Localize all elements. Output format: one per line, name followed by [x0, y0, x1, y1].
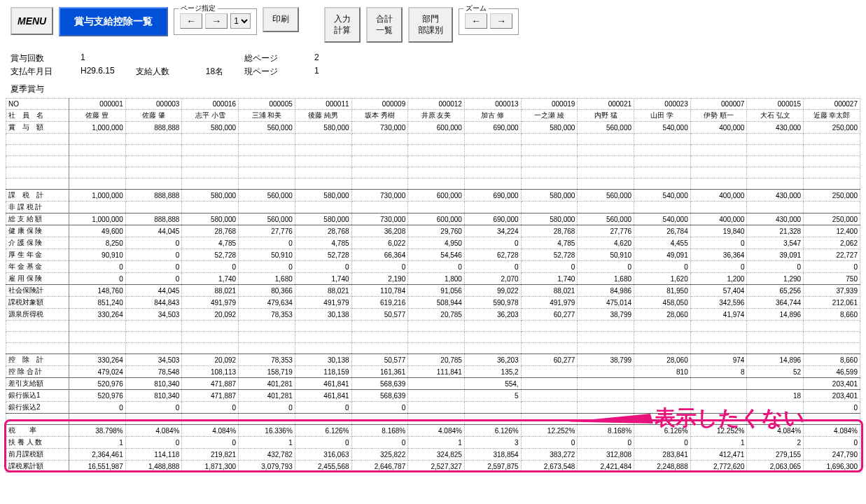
cell [634, 156, 691, 167]
page-prev-button[interactable]: ← [180, 13, 202, 29]
row-label [6, 332, 69, 343]
cell: 690,000 [464, 214, 521, 225]
cell: 4.084% [408, 425, 465, 437]
cell: 57,404 [690, 285, 747, 297]
cell: 580,000 [521, 190, 578, 202]
cell: 加古 修 [464, 110, 521, 122]
cell: 65,256 [747, 285, 804, 297]
table-row: 健 康 保 険49,60044,04528,76827,77628,76836,… [6, 225, 860, 237]
cell [295, 321, 351, 332]
cell: 000016 [182, 99, 239, 110]
cell [408, 156, 465, 167]
cell: 36,203 [464, 354, 521, 366]
cell [295, 145, 351, 156]
cell: 430,000 [747, 214, 804, 225]
cell: 28,768 [295, 225, 351, 237]
cell: 30,138 [295, 354, 351, 366]
cell [521, 145, 578, 156]
cell: 8 [690, 366, 747, 378]
cell [295, 414, 351, 425]
cell [690, 378, 747, 390]
menu-button[interactable]: MENU [11, 7, 53, 35]
dept-button[interactable]: 部門 部課別 [408, 7, 453, 43]
cell [464, 321, 521, 332]
cell: 46,599 [804, 366, 860, 378]
cell [125, 202, 182, 214]
cur-page-value: 1 [314, 66, 319, 78]
row-label: 控 除 計 [6, 354, 69, 366]
cell: 2,527,327 [408, 461, 465, 472]
table-row: 扶 養 人 数10010013000120 [6, 437, 860, 449]
cell: 0 [69, 261, 126, 273]
cell: 50,910 [578, 249, 634, 261]
cell: 580,000 [182, 214, 239, 225]
row-label: 総 支 給 額 [6, 214, 69, 225]
cell [125, 332, 182, 343]
cell: 540,000 [634, 122, 691, 134]
cell: 000003 [125, 99, 182, 110]
cell [408, 402, 465, 414]
cell [747, 134, 804, 145]
cell [351, 145, 408, 156]
cell: 000021 [578, 99, 634, 110]
cell [690, 167, 747, 178]
calc-button[interactable]: 入力 計算 [324, 7, 361, 43]
cell: 750 [804, 273, 860, 285]
table-row [6, 332, 860, 343]
zoom-next-button[interactable]: → [490, 13, 512, 29]
cell: 560,000 [239, 190, 295, 202]
cell: 50,577 [351, 309, 408, 321]
cell: 1,740 [521, 273, 578, 285]
cell: 3 [464, 437, 521, 449]
cell: 90,910 [69, 249, 126, 261]
row-label: 雇 用 保 険 [6, 273, 69, 285]
cell [295, 343, 351, 354]
cell: 560,000 [239, 214, 295, 225]
cell: 0 [182, 437, 239, 449]
cell: 000012 [408, 99, 465, 110]
cell: 37,939 [804, 285, 860, 297]
cell: 568,639 [351, 390, 408, 402]
zoom-prev-button[interactable]: ← [465, 13, 487, 29]
page-select[interactable]: 1 [230, 13, 251, 29]
cell: 283,841 [634, 449, 691, 461]
cell [408, 178, 465, 190]
cell [578, 390, 634, 402]
cell: 88,021 [521, 285, 578, 297]
cell: 212,061 [804, 297, 860, 309]
total-button[interactable]: 合計 一覧 [366, 7, 403, 43]
cell: 0 [634, 437, 691, 449]
cell: 3,547 [747, 237, 804, 249]
cell [464, 167, 521, 178]
cell: 412,471 [690, 449, 747, 461]
cell: 2,248,888 [634, 461, 691, 472]
cell: 3,079,793 [239, 461, 295, 472]
cell [351, 156, 408, 167]
cell: 000027 [804, 99, 860, 110]
cell: 近藤 幸太郎 [804, 110, 860, 122]
cell [690, 202, 747, 214]
cell: 135,2 [464, 366, 521, 378]
cell [804, 332, 860, 343]
title-button[interactable]: 賞与支給控除一覧 [59, 7, 168, 36]
cell [634, 167, 691, 178]
cell: 30,138 [295, 309, 351, 321]
print-button[interactable]: 印刷 [263, 7, 299, 32]
cell [464, 202, 521, 214]
cell: 0 [239, 402, 295, 414]
row-label: 課 税 計 [6, 190, 69, 202]
cell: 0 [804, 437, 860, 449]
cell: 491,979 [295, 297, 351, 309]
cell: 88,021 [182, 285, 239, 297]
cell: 12.252% [521, 425, 578, 437]
cell [295, 134, 351, 145]
cell: 38,799 [578, 354, 634, 366]
page-next-button[interactable]: → [205, 13, 228, 29]
table-row: 差引支給額520,976810,340471,887401,281461,841… [6, 378, 860, 390]
table-row [6, 343, 860, 354]
cell: 一之瀬 綾 [521, 110, 578, 122]
cell [464, 134, 521, 145]
page-group-label: ページ指定 [179, 4, 218, 13]
cell: 520,976 [69, 390, 126, 402]
cell: 730,000 [351, 214, 408, 225]
